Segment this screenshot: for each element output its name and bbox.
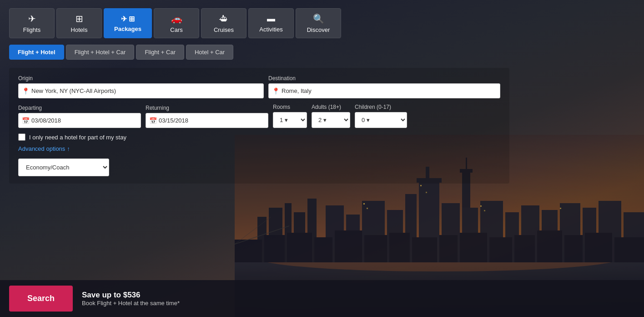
discover-icon: 🔍 <box>313 13 324 24</box>
returning-field-group: Returning 📅 <box>146 105 268 128</box>
adults-field-group: Adults (18+) 1 2 ▾ 3 4 <box>312 104 350 128</box>
departing-calendar-icon: 📅 <box>22 117 30 124</box>
nav-flights-label: Flights <box>23 26 40 33</box>
cabin-class-select[interactable]: Economy/Coach Business First Class <box>18 158 109 176</box>
nav-cars-label: Cars <box>170 26 182 33</box>
nav-packages[interactable]: ✈ ⊞ Packages <box>104 8 152 38</box>
destination-label: Destination <box>268 75 500 82</box>
partial-hotel-row: I only need a hotel for part of my stay <box>18 133 500 141</box>
nav-bar: ✈ Flights ⊞ Hotels ✈ ⊞ Packages 🚗 Cars ⛴… <box>9 8 635 38</box>
form-section: Origin 📍 Destination 📍 Departing 📅 <box>9 68 509 184</box>
subtab-flight-hotel-car[interactable]: Flight + Hotel + Car <box>66 45 135 60</box>
origin-destination-row: Origin 📍 Destination 📍 <box>18 75 500 98</box>
main-overlay: ✈ Flights ⊞ Hotels ✈ ⊞ Packages 🚗 Cars ⛴… <box>0 0 644 317</box>
activities-icon: ▬ <box>267 14 275 24</box>
returning-input-wrapper: 📅 <box>146 113 268 128</box>
nav-cruises[interactable]: ⛴ Cruises <box>201 8 247 38</box>
children-select[interactable]: 0 ▾ 1 2 <box>355 112 407 128</box>
subtab-flight-car[interactable]: Flight + Car <box>136 45 184 60</box>
origin-input[interactable] <box>18 83 264 98</box>
save-title: Save up to $536 <box>82 291 180 300</box>
departing-input[interactable] <box>18 113 141 128</box>
destination-field-group: Destination 📍 <box>268 75 500 98</box>
save-info: Save up to $536 Book Flight + Hotel at t… <box>82 291 180 307</box>
returning-calendar-icon: 📅 <box>149 117 157 124</box>
bottom-bar: Search Save up to $536 Book Flight + Hot… <box>0 280 644 317</box>
destination-location-icon: 📍 <box>272 87 280 95</box>
destination-input[interactable] <box>268 83 500 98</box>
origin-field-group: Origin 📍 <box>18 75 264 98</box>
nav-packages-label: Packages <box>114 26 141 32</box>
origin-label: Origin <box>18 75 264 82</box>
partial-hotel-label[interactable]: I only need a hotel for part of my stay <box>29 134 126 141</box>
destination-input-wrapper: 📍 <box>268 83 500 98</box>
children-label: Children (0-17) <box>355 104 407 110</box>
nav-discover[interactable]: 🔍 Discover <box>296 8 341 38</box>
departing-field-group: Departing 📅 <box>18 105 141 128</box>
cruises-icon: ⛴ <box>219 14 228 24</box>
nav-flights[interactable]: ✈ Flights <box>9 8 55 38</box>
nav-hotels[interactable]: ⊞ Hotels <box>56 8 102 38</box>
children-field-group: Children (0-17) 0 ▾ 1 2 <box>355 104 407 128</box>
search-button[interactable]: Search <box>9 286 73 312</box>
nav-activities-label: Activities <box>259 26 282 33</box>
returning-label: Returning <box>146 105 268 111</box>
rooms-label: Rooms <box>273 104 307 110</box>
departing-label: Departing <box>18 105 141 111</box>
save-subtitle: Book Flight + Hotel at the same time* <box>82 300 180 307</box>
adults-select[interactable]: 1 2 ▾ 3 4 <box>312 112 350 128</box>
nav-activities[interactable]: ▬ Activities <box>248 8 294 38</box>
nav-cars[interactable]: 🚗 Cars <box>154 8 199 38</box>
origin-location-icon: 📍 <box>22 87 30 95</box>
nav-cruises-label: Cruises <box>214 26 234 33</box>
subtab-flight-hotel[interactable]: Flight + Hotel <box>9 45 64 60</box>
returning-input[interactable] <box>146 113 268 128</box>
adults-label: Adults (18+) <box>312 104 350 110</box>
nav-discover-label: Discover <box>307 26 330 33</box>
hotels-icon: ⊞ <box>75 13 83 24</box>
flights-icon: ✈ <box>28 13 36 24</box>
rooms-field-group: Rooms 1 ▾ 2 3 <box>273 104 307 128</box>
nav-hotels-label: Hotels <box>71 26 88 33</box>
advanced-options-link[interactable]: Advanced options ↑ <box>18 145 70 152</box>
packages-icon: ✈ ⊞ <box>121 15 135 23</box>
advanced-options-icon: ↑ <box>67 145 70 152</box>
origin-input-wrapper: 📍 <box>18 83 264 98</box>
cabin-class-field: Economy/Coach Business First Class <box>18 158 500 176</box>
departing-input-wrapper: 📅 <box>18 113 141 128</box>
rooms-select[interactable]: 1 ▾ 2 3 <box>273 112 307 128</box>
cars-icon: 🚗 <box>171 13 182 24</box>
subtab-hotel-car[interactable]: Hotel + Car <box>186 45 233 60</box>
dates-guests-row: Departing 📅 Returning 📅 Rooms 1 ▾ 2 3 <box>18 104 500 128</box>
sub-tabs: Flight + Hotel Flight + Hotel + Car Flig… <box>9 45 635 60</box>
partial-hotel-checkbox[interactable] <box>18 133 25 141</box>
